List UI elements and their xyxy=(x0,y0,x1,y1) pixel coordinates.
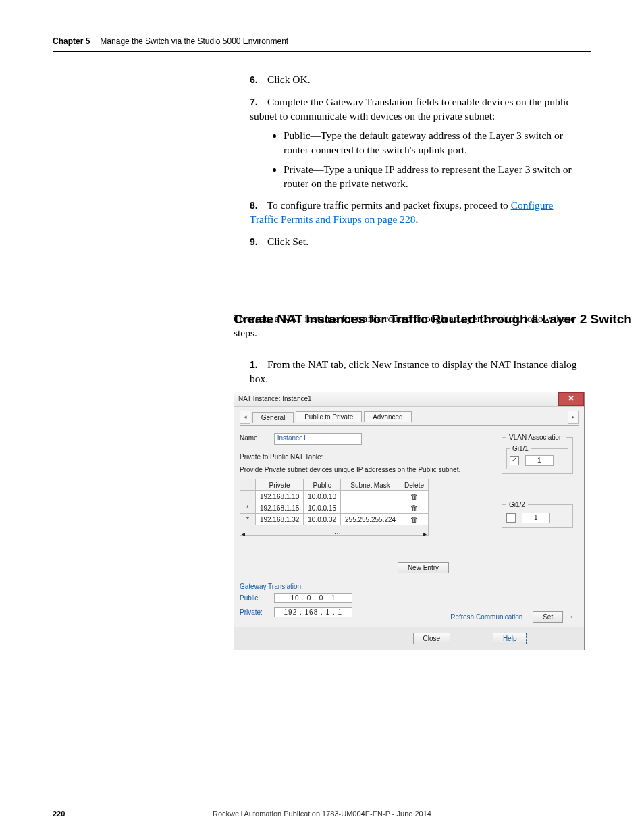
bullet-7a: Public—Type the default gateway address … xyxy=(284,129,583,157)
step-text-8b: . xyxy=(415,213,418,225)
chapter-label: Chapter 5 xyxy=(53,36,90,46)
tab-scroll-left[interactable]: ◂ xyxy=(240,411,250,424)
page-header: Chapter 5 Manage the Switch via the Stud… xyxy=(53,36,591,52)
tab-public-to-private[interactable]: Public to Private xyxy=(296,411,362,422)
nat-instance-dialog-screenshot: NAT Instance: Instance1 ✕ ◂ General Publ… xyxy=(234,392,585,650)
body-content: 6. Click OK. 7. Complete the Gateway Tra… xyxy=(250,73,583,257)
vlan-association-group: VLAN Association Gi1/1 ✓ 1 xyxy=(502,434,573,474)
col-private: Private xyxy=(255,479,303,491)
gateway-translation-label: Gateway Translation: xyxy=(240,583,579,590)
gi12-checkbox[interactable] xyxy=(506,513,516,523)
step-text-9: Click Set. xyxy=(267,236,308,247)
bullet-7b: Private—Type a unique IP address to repr… xyxy=(284,163,583,191)
tab-scroll-right[interactable]: ▸ xyxy=(568,411,579,424)
step-text-7: Complete the Gateway Translation fields … xyxy=(250,96,570,122)
col-mask: Subnet Mask xyxy=(341,479,400,491)
close-icon[interactable]: ✕ xyxy=(558,392,584,406)
publication-info: Rockwell Automation Publication 1783-UM0… xyxy=(53,810,591,818)
name-input[interactable]: Instance1 xyxy=(274,433,362,445)
step-text-1: From the NAT tab, click New Instance to … xyxy=(250,359,577,384)
col-delete: Delete xyxy=(400,479,429,491)
gi11-legend: Gi1/1 xyxy=(510,445,531,452)
apply-arrow-icon: ← xyxy=(569,612,577,621)
step-text-8a: To configure traffic permits and packet … xyxy=(267,199,511,211)
close-button[interactable]: Close xyxy=(413,633,451,644)
step-text-6: Click OK. xyxy=(267,74,311,85)
step-number-6: 6. xyxy=(250,74,265,86)
nat-table: Private Public Subnet Mask Delete 192.16… xyxy=(240,479,429,536)
gi11-vlan-value[interactable]: 1 xyxy=(525,455,554,466)
table-scrollbar[interactable]: ◂⋯▸ xyxy=(240,525,429,536)
gi11-checkbox[interactable]: ✓ xyxy=(510,456,519,465)
gw-private-label: Private: xyxy=(240,608,272,616)
trash-icon[interactable]: 🗑 xyxy=(400,491,429,502)
dialog-title: NAT Instance: Instance1 xyxy=(238,395,312,402)
tab-advanced[interactable]: Advanced xyxy=(364,411,411,422)
table-row[interactable]: * 192.168.1.15 10.0.0.15 🗑 xyxy=(240,502,429,514)
tab-general[interactable]: General xyxy=(252,412,294,423)
gi12-legend: Gi1/2 xyxy=(506,501,528,509)
section-intro: To create a NAT instance for traffic rou… xyxy=(234,312,583,340)
table-row[interactable]: * 192.168.1.32 10.0.0.32 255.255.255.224… xyxy=(240,514,429,525)
header-rule xyxy=(53,51,591,52)
gi12-vlan-value[interactable]: 1 xyxy=(522,513,550,523)
trash-icon[interactable]: 🗑 xyxy=(400,514,429,525)
name-label: Name xyxy=(240,434,272,442)
gw-private-input[interactable]: 192 . 168 . 1 . 1 xyxy=(274,607,352,617)
gw-public-label: Public: xyxy=(240,594,272,602)
gw-public-input[interactable]: 10 . 0 . 0 . 1 xyxy=(274,593,352,603)
set-button[interactable]: Set xyxy=(533,611,563,623)
col-public: Public xyxy=(304,479,341,491)
vlan-association-legend: VLAN Association xyxy=(506,434,566,441)
step-number-9: 9. xyxy=(250,236,265,249)
step-number-1: 1. xyxy=(250,359,265,371)
table-row[interactable]: 192.168.1.10 10.0.0.10 🗑 xyxy=(240,491,429,502)
chapter-title: Manage the Switch via the Studio 5000 En… xyxy=(100,36,288,46)
step-number-8: 8. xyxy=(250,199,265,212)
help-button[interactable]: Help xyxy=(493,633,527,644)
trash-icon[interactable]: 🗑 xyxy=(400,502,429,514)
dialog-titlebar: NAT Instance: Instance1 ✕ xyxy=(234,392,584,407)
new-entry-button[interactable]: New Entry xyxy=(398,562,449,573)
refresh-communication-link[interactable]: Refresh Communication xyxy=(450,613,522,621)
step-number-7: 7. xyxy=(250,96,265,109)
